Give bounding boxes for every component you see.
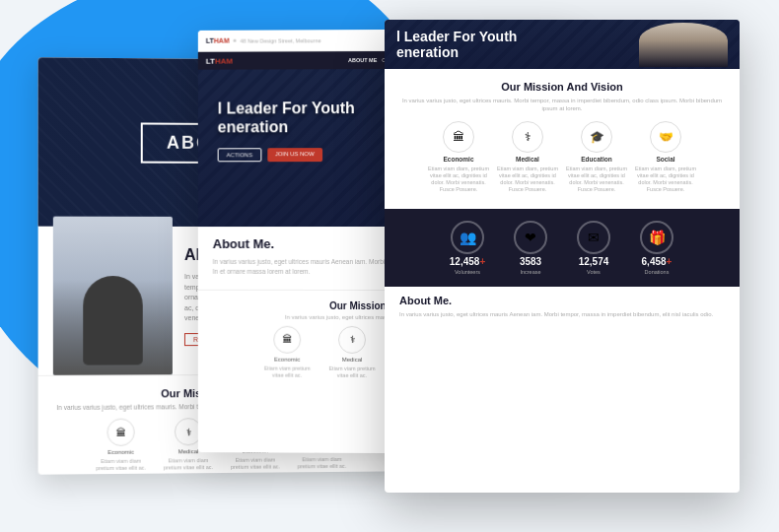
volunteers-icon: 👥 [451, 221, 484, 254]
card-front-stats: 👥 12,458+ Volunteers ❤ 3583 Increase ✉ 1… [385, 209, 740, 287]
front-medical-icon: ⚕ [512, 121, 543, 153]
mid-medical-text: Etiam viam pretium vitae ellit ac. [322, 365, 382, 378]
economic-icon: 🏛 [106, 419, 134, 446]
mid-medical-icon: ⚕ [338, 325, 366, 353]
menubar-item-about[interactable]: ABOUT ME [348, 57, 377, 63]
medical-label: Medical [178, 448, 199, 454]
front-mission-desc: In varius varius justo, eget ultrices ma… [399, 97, 725, 113]
front-education-icon: 🎓 [581, 121, 612, 153]
front-about-text: In varius varius justo, eget ultrices ma… [399, 310, 725, 318]
nav-dot [234, 39, 237, 42]
person-photo [53, 217, 173, 375]
economic-text: Etiam viam diam pretium vitae ellit ac. [91, 458, 151, 473]
card-front-mission: Our Mission And Vision In varius varius … [385, 69, 740, 209]
mid-mission-medical: ⚕ Medical Etiam viam pretium vitae ellit… [322, 325, 382, 378]
front-medical-desc: Etiam viam diam, pretium vitae ellit ac,… [496, 166, 560, 194]
nav-logo-accent: HAM [214, 37, 230, 44]
menubar-logo: LTHAM [206, 56, 233, 65]
front-medical-label: Medical [516, 156, 539, 163]
front-mission-icons: 🏛 Economic Etiam viam diam, pretium vita… [399, 121, 725, 194]
front-mission-title: Our Mission And Vision [399, 81, 725, 93]
volunteers-label: Volunteers [455, 269, 480, 275]
donations-number: 6,458+ [642, 256, 673, 267]
main-scene: ABOUT ME About Me. In varius varius just… [0, 0, 779, 532]
front-social-icon: 🤝 [650, 121, 681, 153]
hero-title: l Leader For Youth eneration [218, 99, 355, 137]
card-front-about: About Me. In varius varius justo, eget u… [385, 287, 740, 326]
card-front: l Leader For Youth eneration Our Mission… [385, 20, 740, 493]
join-btn[interactable]: JOIN US NOW [267, 149, 322, 163]
hero-btns: ACTIONS JOIN US NOW [218, 148, 355, 162]
medical-text: Etiam viam diam pretium vitae ellit ac. [159, 457, 218, 472]
front-mission-education: 🎓 Education Etiam viam diam, pretium vit… [565, 121, 629, 194]
stat-increase: ❤ 3583 Increase [501, 221, 560, 275]
votes-label: Votes [587, 269, 601, 275]
stat-volunteers: 👥 12,458+ Volunteers [438, 221, 497, 275]
mid-economic-icon: 🏛 [273, 325, 301, 353]
volunteers-number: 12,458+ [450, 256, 485, 267]
front-education-desc: Etiam viam diam, pretium vitae ellit ac,… [565, 166, 629, 194]
mid-economic-text: Etiam viam pretium vitae ellit ac. [257, 365, 317, 378]
mid-economic-label: Economic [274, 356, 300, 362]
front-person-image [639, 23, 728, 67]
mid-mission-economic: 🏛 Economic Etiam viam pretium vitae elli… [257, 325, 317, 378]
front-mission-economic: 🏛 Economic Etiam viam diam, pretium vita… [427, 121, 491, 194]
card-front-hero: l Leader For Youth eneration [385, 20, 740, 69]
front-economic-desc: Etiam viam diam, pretium vitae ellit ac,… [427, 166, 491, 194]
donations-icon: 🎁 [640, 221, 673, 254]
nav-logo: LTHAM [206, 37, 230, 44]
front-social-desc: Etiam viam diam, pretium vitae ellit ac,… [634, 166, 698, 194]
front-hero-text: l Leader For Youth eneration [396, 29, 631, 60]
front-mission-social: 🤝 Social Etiam viam diam, pretium vitae … [634, 121, 698, 194]
menubar-logo-accent: HAM [215, 56, 233, 65]
increase-label: Increase [520, 269, 540, 275]
front-hero-title: l Leader For Youth eneration [396, 29, 631, 60]
front-mission-medical: ⚕ Medical Etiam viam diam, pretium vitae… [496, 121, 560, 194]
votes-icon: ✉ [577, 221, 610, 254]
votes-number: 12,574 [579, 256, 609, 267]
mid-medical-label: Medical [342, 356, 363, 362]
hero-text: l Leader For Youth eneration ACTIONS JOI… [218, 99, 355, 163]
front-education-label: Education [581, 156, 611, 163]
front-economic-icon: 🏛 [443, 121, 474, 153]
education-text: Etiam viam diam pretium vitae ellit ac. [226, 456, 285, 471]
social-text: Etiam viam diam pretium vitae ellit ac. [293, 456, 351, 471]
actions-btn[interactable]: ACTIONS [218, 149, 261, 163]
economic-label: Economic [107, 449, 134, 455]
donations-label: Donations [645, 269, 670, 275]
mission-item-economic: 🏛 Economic Etiam viam diam pretium vitae… [91, 418, 151, 472]
front-social-label: Social [656, 156, 674, 163]
increase-number: 3583 [520, 256, 541, 267]
front-economic-label: Economic [443, 156, 473, 163]
increase-icon: ❤ [514, 221, 547, 254]
stat-donations: 🎁 6,458+ Donations [627, 221, 686, 275]
stat-votes: ✉ 12,574 Votes [564, 221, 623, 275]
front-about-title: About Me. [399, 295, 725, 306]
